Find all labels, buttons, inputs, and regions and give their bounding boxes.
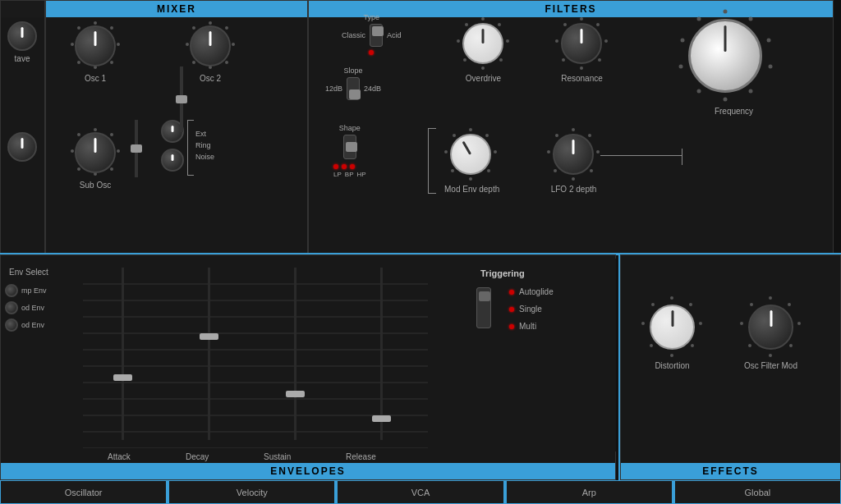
svg-point-44 bbox=[563, 23, 567, 26]
svg-point-33 bbox=[481, 66, 485, 70]
mod-env2-knob[interactable] bbox=[5, 318, 18, 332]
osc1-knob-container: Osc 1 bbox=[71, 21, 120, 83]
slope-container: Slope 12dB 24dB bbox=[325, 66, 381, 100]
type-toggle-row: Classic Acid bbox=[342, 24, 402, 47]
mod-env-depth-container: Mod Env depth bbox=[444, 128, 499, 194]
svg-point-105 bbox=[750, 303, 753, 306]
ring-knob[interactable] bbox=[161, 149, 184, 172]
hp-label: HP bbox=[356, 171, 365, 178]
octave-knob[interactable] bbox=[7, 21, 37, 51]
distortion-knob[interactable] bbox=[650, 305, 695, 350]
svg-point-9 bbox=[209, 21, 212, 25]
svg-point-30 bbox=[498, 23, 501, 26]
frequency-container: Frequency bbox=[678, 9, 773, 116]
svg-point-20 bbox=[110, 167, 113, 171]
tabs-section: Oscillator Velocity VCA Arp Global bbox=[0, 480, 841, 504]
octave-knob-container: tave bbox=[7, 21, 37, 63]
svg-point-60 bbox=[451, 169, 454, 172]
tab-velocity[interactable]: Velocity bbox=[168, 480, 335, 504]
svg-point-4 bbox=[110, 61, 113, 64]
svg-rect-87 bbox=[286, 391, 305, 397]
filters-section: FILTERS Type Classic Acid Slope 12dB bbox=[308, 0, 834, 254]
osc2-knob[interactable] bbox=[190, 25, 231, 66]
mod-env1-label: od Env bbox=[21, 304, 44, 312]
osc-filter-mod-knob[interactable] bbox=[748, 305, 793, 350]
sub-osc-knob-container-left bbox=[7, 132, 37, 162]
svg-point-23 bbox=[71, 149, 74, 153]
svg-point-54 bbox=[697, 17, 701, 21]
distortion-label: Distortion bbox=[641, 361, 703, 370]
svg-point-1 bbox=[94, 21, 97, 25]
mod-env1-knob[interactable] bbox=[5, 301, 18, 314]
svg-point-41 bbox=[580, 66, 583, 70]
svg-point-101 bbox=[789, 344, 793, 347]
svg-point-32 bbox=[499, 58, 503, 62]
osc-filter-mod-container: Osc Filter Mod bbox=[740, 296, 802, 370]
slope-toggle[interactable] bbox=[347, 77, 360, 100]
mod-env-depth-label: Mod Env depth bbox=[444, 185, 499, 194]
overdrive-knob[interactable] bbox=[462, 23, 503, 64]
svg-point-38 bbox=[596, 23, 600, 26]
lfo2-depth-knob[interactable] bbox=[553, 134, 594, 175]
amp-env-row: mp Env bbox=[5, 284, 47, 297]
trigger-options: Autoglide Single Multi bbox=[509, 287, 554, 331]
osc2-switch bbox=[128, 120, 145, 177]
triggering-section: Triggering Autoglide Single Multi bbox=[448, 259, 616, 451]
type-toggle-knob bbox=[372, 26, 384, 36]
resonance-knob[interactable] bbox=[561, 23, 602, 64]
mod-env-depth-knob[interactable] bbox=[450, 134, 491, 175]
svg-point-49 bbox=[749, 89, 753, 94]
svg-rect-84 bbox=[208, 268, 210, 440]
multi-label: Multi bbox=[519, 322, 536, 331]
type-led-1 bbox=[369, 50, 374, 55]
type-toggle[interactable] bbox=[370, 24, 383, 47]
frequency-knob[interactable] bbox=[688, 19, 762, 93]
tab-arp[interactable]: Arp bbox=[506, 480, 673, 504]
frequency-label: Frequency bbox=[695, 107, 773, 116]
autoglide-row: Autoglide bbox=[509, 287, 554, 296]
type-label: Type bbox=[342, 13, 402, 21]
svg-point-22 bbox=[77, 167, 80, 171]
osc2-slider-area bbox=[173, 66, 190, 135]
lfo-bracket-line bbox=[600, 155, 682, 156]
ring-knob-wrapper bbox=[161, 149, 184, 172]
svg-point-47 bbox=[767, 39, 771, 43]
trigger-switch[interactable] bbox=[476, 287, 491, 328]
svg-point-98 bbox=[769, 296, 772, 300]
svg-point-103 bbox=[748, 344, 751, 347]
mod-env2-label: od Env bbox=[21, 321, 44, 329]
svg-rect-86 bbox=[294, 268, 296, 440]
shape-toggle[interactable] bbox=[343, 135, 356, 159]
tab-global[interactable]: Global bbox=[674, 480, 841, 504]
tab-vca[interactable]: VCA bbox=[337, 480, 503, 504]
sub-osc-container: Sub Osc bbox=[71, 128, 120, 190]
grid-svg bbox=[83, 268, 428, 448]
amp-env-label: mp Env bbox=[21, 286, 47, 295]
svg-point-18 bbox=[110, 133, 113, 136]
svg-point-50 bbox=[724, 98, 728, 102]
env-select-label: Env Select bbox=[9, 268, 48, 277]
svg-point-100 bbox=[797, 322, 801, 325]
grid-area bbox=[83, 268, 428, 448]
svg-point-51 bbox=[697, 89, 701, 94]
svg-point-34 bbox=[463, 58, 466, 62]
sub-osc-knob-left[interactable] bbox=[7, 132, 37, 162]
decay-label: Decay bbox=[186, 452, 209, 461]
svg-point-8 bbox=[77, 26, 80, 30]
svg-point-31 bbox=[506, 39, 509, 43]
svg-rect-26 bbox=[131, 144, 142, 153]
synth-panel: tave MIXER bbox=[0, 0, 841, 504]
svg-point-69 bbox=[547, 150, 550, 153]
filter-type-container: Type Classic Acid bbox=[342, 13, 402, 55]
svg-point-29 bbox=[481, 17, 485, 21]
mixer-title: MIXER bbox=[46, 1, 307, 17]
osc1-knob[interactable] bbox=[75, 25, 116, 66]
amp-env-knob[interactable] bbox=[5, 284, 18, 297]
lfo-bracket-vert bbox=[682, 149, 682, 165]
sub-osc-knob[interactable] bbox=[75, 132, 116, 173]
svg-point-2 bbox=[110, 26, 113, 30]
type-leds bbox=[342, 50, 402, 55]
tab-oscillator[interactable]: Oscillator bbox=[0, 480, 167, 504]
ext-ring-noise-label: Ext Ring Noise bbox=[195, 128, 214, 163]
effects-section: EFFECTS Distortion bbox=[620, 254, 841, 480]
